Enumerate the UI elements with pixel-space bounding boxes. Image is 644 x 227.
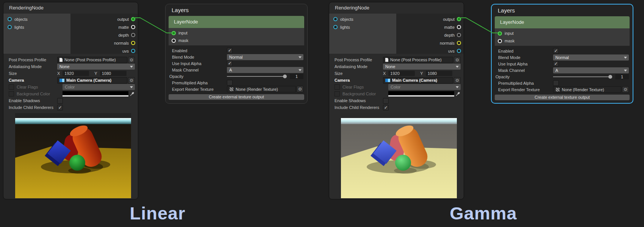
opacity-value-field[interactable]: 1 [290, 74, 303, 79]
blend-mode-label: Blend Mode [172, 55, 227, 59]
input-port-icon[interactable] [172, 31, 176, 35]
opacity-slider-handle[interactable] [608, 75, 612, 79]
port-mask[interactable]: mask [495, 37, 630, 45]
port-uvs[interactable]: uvs [70, 47, 135, 55]
use-input-alpha-checkbox[interactable]: ✓ [553, 61, 559, 67]
rendering-node-title[interactable]: RenderingNode [3, 2, 138, 14]
camera-field[interactable]: Main Camera (Camera) [57, 77, 127, 84]
opacity-value-field[interactable]: 1 [615, 74, 629, 79]
uvs-port-icon[interactable] [131, 49, 135, 53]
camera-object-picker[interactable]: ⊙ [128, 77, 135, 84]
port-lights[interactable]: lights [3, 23, 70, 31]
objects-port-icon[interactable] [333, 17, 338, 21]
use-input-alpha-checkbox[interactable]: ✓ [227, 61, 233, 66]
mask-port-icon[interactable] [172, 39, 176, 43]
enable-shadows-checkbox[interactable] [383, 98, 389, 104]
port-objects[interactable]: objects [3, 15, 70, 23]
export-render-texture-field[interactable]: None (Render Texture) [553, 86, 621, 93]
include-child-renderers-checkbox[interactable]: ✓ [57, 105, 63, 110]
opacity-slider[interactable]: 1 [227, 74, 303, 79]
antialiasing-mode-dropdown[interactable]: None [383, 64, 461, 70]
clear-flags-dropdown[interactable]: Color [388, 84, 461, 90]
port-input[interactable]: input [495, 30, 630, 37]
enabled-checkbox[interactable]: ✓ [553, 48, 559, 54]
lights-port-icon[interactable] [8, 25, 12, 29]
port-lights[interactable]: lights [329, 23, 396, 31]
lights-port-icon[interactable] [333, 25, 338, 29]
enable-shadows-checkbox[interactable] [57, 98, 63, 104]
port-objects[interactable]: objects [329, 15, 396, 23]
antialiasing-mode-dropdown[interactable]: None [57, 64, 135, 70]
port-matte[interactable]: matte [70, 23, 135, 31]
clear-flags-override-checkbox[interactable] [335, 84, 340, 90]
port-normals[interactable]: normals [70, 39, 135, 47]
port-input[interactable]: input [169, 29, 304, 37]
size-x-field[interactable]: 1920 [63, 71, 89, 76]
port-normals[interactable]: normals [396, 39, 461, 47]
mask-port-icon[interactable] [498, 39, 502, 43]
normals-port-icon[interactable] [457, 41, 461, 45]
blend-mode-dropdown[interactable]: Normal [227, 54, 303, 60]
opacity-slider-track[interactable] [553, 76, 609, 77]
port-output[interactable]: output [396, 15, 461, 23]
port-uvs[interactable]: uvs [396, 47, 461, 55]
layer-node-header[interactable]: LayerNode [495, 16, 630, 28]
enabled-checkbox[interactable]: ✓ [227, 48, 233, 53]
background-color-override-checkbox[interactable] [9, 91, 14, 96]
background-color-override-checkbox[interactable] [335, 91, 340, 96]
eyedropper-icon[interactable] [455, 91, 461, 96]
opacity-slider-track[interactable] [227, 76, 284, 77]
normals-port-icon[interactable] [131, 41, 135, 45]
camera-field[interactable]: Main Camera (Camera) [383, 77, 453, 84]
export-render-texture-object-picker[interactable]: ⊙ [297, 86, 303, 92]
graph-group-gamma: RenderingNode objects lights output [326, 0, 644, 227]
background-color-swatch[interactable] [63, 91, 128, 96]
matte-port-icon[interactable] [131, 25, 135, 29]
clear-flags-override-checkbox[interactable] [9, 84, 14, 90]
background-color-swatch[interactable] [388, 91, 454, 96]
camera-object-picker[interactable]: ⊙ [454, 77, 461, 84]
create-external-texture-output-button[interactable]: Create external texture output [169, 94, 304, 100]
opacity-slider[interactable]: 1 [553, 74, 629, 79]
rendering-node-title[interactable]: RenderingNode [329, 2, 464, 14]
mask-port-label: mask [178, 38, 188, 43]
output-port-icon[interactable] [131, 17, 135, 21]
port-mask[interactable]: mask [169, 37, 304, 44]
premultiplied-alpha-checkbox[interactable] [553, 80, 559, 86]
row-blend-mode: Blend Mode Normal [166, 54, 307, 60]
create-external-texture-output-button[interactable]: Create external texture output [495, 95, 630, 100]
uvs-port-icon[interactable] [457, 49, 461, 53]
camera-value: Main Camera (Camera) [66, 78, 111, 82]
clear-flags-dropdown[interactable]: Color [63, 84, 135, 90]
matte-port-icon[interactable] [457, 25, 461, 29]
post-process-profile-field[interactable]: None (Post Process Profile) [383, 57, 453, 63]
blend-mode-dropdown[interactable]: Normal [553, 54, 629, 61]
eyedropper-icon[interactable] [130, 91, 135, 96]
size-y-field[interactable]: 1080 [426, 71, 452, 76]
port-depth[interactable]: depth [396, 31, 461, 39]
port-output[interactable]: output [70, 15, 135, 23]
include-child-renderers-checkbox[interactable]: ✓ [383, 105, 389, 110]
mask-channel-dropdown[interactable]: A [553, 67, 629, 73]
row-use-input-alpha: Use Input Alpha ✓ [166, 60, 307, 67]
export-render-texture-object-picker[interactable]: ⊙ [622, 86, 629, 93]
size-x-field[interactable]: 1920 [388, 71, 415, 76]
premultiplied-alpha-checkbox[interactable] [227, 80, 233, 86]
depth-port-icon[interactable] [457, 33, 461, 37]
objects-port-icon[interactable] [8, 17, 12, 21]
post-process-profile-object-picker[interactable]: ⊙ [454, 57, 461, 63]
layer-node-header[interactable]: LayerNode [169, 16, 304, 28]
depth-port-icon[interactable] [131, 33, 135, 37]
row-background-color: Background Color [329, 90, 464, 97]
post-process-profile-field[interactable]: None (Post Process Profile) [57, 57, 127, 63]
output-port-icon[interactable] [457, 17, 461, 21]
opacity-slider-handle[interactable] [283, 75, 287, 78]
export-render-texture-field[interactable]: None (Render Texture) [227, 86, 296, 92]
input-port-icon[interactable] [498, 31, 502, 36]
post-process-profile-object-picker[interactable]: ⊙ [128, 57, 135, 63]
port-matte[interactable]: matte [396, 23, 461, 31]
mask-channel-dropdown[interactable]: A [227, 67, 303, 73]
size-y-field[interactable]: 1080 [100, 71, 127, 76]
port-depth[interactable]: depth [70, 31, 135, 39]
camera-value: Main Camera (Camera) [392, 78, 437, 82]
